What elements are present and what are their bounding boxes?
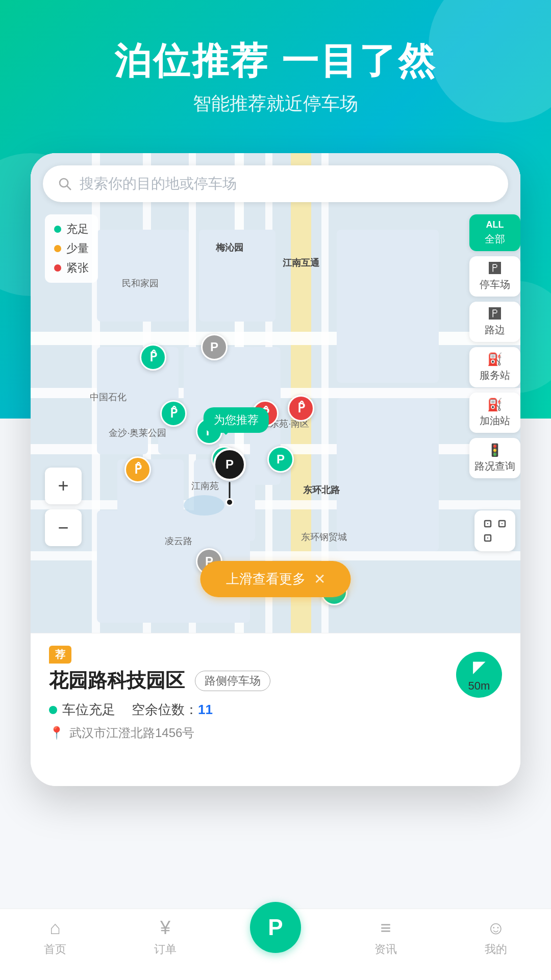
card-title: 花园路科技园区 xyxy=(49,668,185,694)
search-bar[interactable]: 搜索你的目的地或停车场 xyxy=(43,165,508,202)
filter-parking-label: 停车场 xyxy=(480,278,510,291)
map-legend: 充足 少量 紧张 xyxy=(45,214,98,283)
card-type-badge: 路侧停车场 xyxy=(195,671,270,691)
mine-icon: ☺ xyxy=(487,917,506,939)
search-placeholder: 搜索你的目的地或停车场 xyxy=(80,174,237,193)
card-info-row: 车位充足 空余位数：11 xyxy=(49,701,502,719)
location-icon: 📍 xyxy=(49,726,64,740)
phone-mock: 梅沁园 民和家园 江南互通 中国石化 金沙·奥莱公园 梅江东苑·南区 江南苑 东… xyxy=(31,153,520,786)
zoom-out-button[interactable]: − xyxy=(45,509,82,546)
svg-rect-35 xyxy=(502,523,503,524)
filter-btn-all[interactable]: ALL 全部 xyxy=(469,214,520,251)
svg-rect-36 xyxy=(487,537,488,538)
order-icon: ¥ xyxy=(160,917,170,939)
header-subtitle: 智能推荐就近停车场 xyxy=(0,91,551,116)
nav-label-news: 资讯 xyxy=(374,942,397,957)
legend-item-sufficient: 充足 xyxy=(54,222,89,237)
navigate-icon: ◤ xyxy=(473,657,486,676)
nav-center-button[interactable]: P xyxy=(250,902,301,953)
filter-roadside-icon: 🅿 xyxy=(489,307,501,321)
filter-all-icon: ALL xyxy=(486,219,504,230)
scroll-more-label: 上滑查看更多 xyxy=(226,570,306,588)
svg-rect-16 xyxy=(199,230,276,322)
scan-button[interactable] xyxy=(474,510,515,551)
card-spaces: 空余位数：11 xyxy=(132,701,213,719)
filter-btn-service[interactable]: ⛽ 服务站 xyxy=(469,347,520,387)
svg-rect-24 xyxy=(250,403,281,485)
bottom-card: 荐 花园路科技园区 路侧停车场 ◤ 50m 车位充足 空余位数：11 📍 武汉市… xyxy=(31,633,520,786)
filter-btn-parking[interactable]: 🅿 停车场 xyxy=(469,256,520,297)
nav-label-order: 订单 xyxy=(154,942,177,957)
filter-service-label: 服务站 xyxy=(480,369,510,382)
filter-btn-roadside[interactable]: 🅿 路边 xyxy=(469,302,520,342)
map-area: 梅沁园 民和家园 江南互通 中国石化 金沙·奥莱公园 梅江东苑·南区 江南苑 东… xyxy=(31,153,520,633)
nav-center-icon: P xyxy=(268,915,283,940)
card-address: 📍 武汉市江澄北路1456号 xyxy=(49,725,502,741)
filter-roadside-label: 路边 xyxy=(485,323,505,337)
filter-all-label: 全部 xyxy=(485,232,505,246)
nav-label-home: 首页 xyxy=(44,942,66,957)
address-text: 武汉市江澄北路1456号 xyxy=(69,725,194,741)
svg-rect-15 xyxy=(97,230,189,322)
search-icon xyxy=(57,176,72,191)
filter-traffic-icon: 🚦 xyxy=(487,443,503,457)
filter-traffic-label: 路况查询 xyxy=(474,459,515,473)
filter-parking-icon: 🅿 xyxy=(489,261,501,276)
nav-button[interactable]: ◤ 50m xyxy=(456,652,502,698)
card-title-row: 花园路科技园区 路侧停车场 xyxy=(49,668,502,694)
filter-gas-icon: ⛽ xyxy=(487,398,503,412)
status-label: 车位充足 xyxy=(62,701,115,719)
filter-service-icon: ⛽ xyxy=(487,352,503,366)
nav-item-center[interactable]: P xyxy=(220,917,331,953)
scroll-more-button[interactable]: 上滑查看更多 ✕ xyxy=(201,561,351,597)
news-icon: ≡ xyxy=(380,917,391,939)
legend-item-tight: 紧张 xyxy=(54,260,89,276)
nav-item-mine[interactable]: ☺ 我的 xyxy=(441,917,551,957)
card-status: 车位充足 xyxy=(49,701,115,719)
filter-panel: ALL 全部 🅿 停车场 🅿 路边 ⛽ 服务站 ⛽ 加油站 🚦 路况查询 xyxy=(469,214,520,478)
legend-dot-green xyxy=(54,226,61,233)
svg-rect-7 xyxy=(31,500,520,509)
scroll-more-close-icon[interactable]: ✕ xyxy=(314,571,325,587)
svg-rect-27 xyxy=(337,398,439,551)
nav-item-news[interactable]: ≡ 资讯 xyxy=(331,917,441,957)
svg-rect-34 xyxy=(487,523,488,524)
bottom-nav: ⌂ 首页 ¥ 订单 P ≡ 资讯 ☺ 我的 xyxy=(0,909,551,980)
scan-icon xyxy=(484,520,506,542)
nav-item-home[interactable]: ⌂ 首页 xyxy=(0,917,110,957)
legend-dot-orange xyxy=(54,245,61,252)
filter-btn-gas[interactable]: ⛽ 加油站 xyxy=(469,393,520,433)
spaces-label: 空余位数： xyxy=(132,702,198,717)
svg-rect-4 xyxy=(31,332,520,345)
legend-item-few: 少量 xyxy=(54,241,89,256)
status-dot xyxy=(49,706,57,714)
legend-dot-red xyxy=(54,264,61,272)
filter-gas-label: 加油站 xyxy=(480,414,510,428)
nav-label-mine: 我的 xyxy=(485,942,507,957)
zoom-in-button[interactable]: + xyxy=(45,468,82,504)
filter-btn-traffic[interactable]: 🚦 路况查询 xyxy=(469,438,520,478)
nav-item-order[interactable]: ¥ 订单 xyxy=(110,917,220,957)
nav-distance: 50m xyxy=(468,679,490,693)
card-tag: 荐 xyxy=(49,646,71,664)
zoom-controls: + − xyxy=(45,468,82,551)
svg-rect-18 xyxy=(97,403,148,454)
svg-rect-26 xyxy=(337,230,439,383)
header-title: 泊位推荐 一目了然 xyxy=(0,41,551,81)
spaces-count: 11 xyxy=(198,702,213,717)
header-section: 泊位推荐 一目了然 智能推荐就近停车场 xyxy=(0,41,551,116)
svg-line-30 xyxy=(67,186,70,189)
svg-point-28 xyxy=(184,495,224,516)
home-icon: ⌂ xyxy=(49,917,61,939)
